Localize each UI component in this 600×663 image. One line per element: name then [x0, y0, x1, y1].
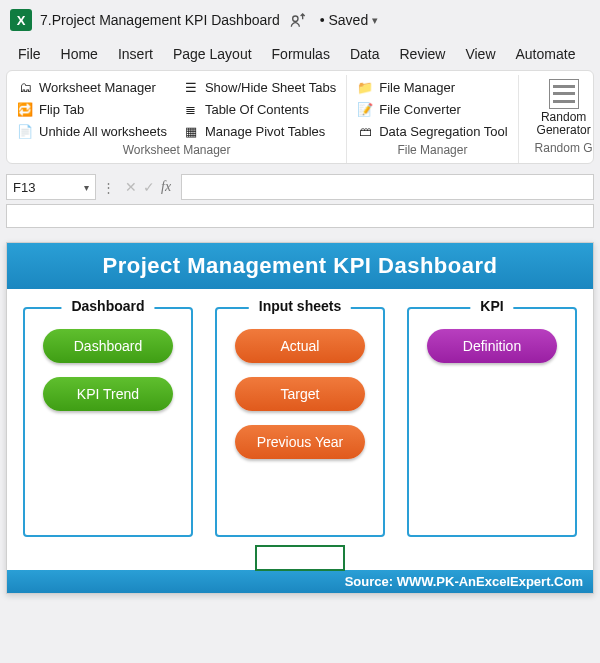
btn-dashboard[interactable]: Dashboard	[43, 329, 173, 363]
cmd-label: Worksheet Manager	[39, 80, 156, 95]
cmd-label-line2: Generator	[537, 123, 591, 137]
svg-point-0	[292, 16, 297, 21]
cancel-icon[interactable]: ✕	[125, 179, 137, 195]
btn-previous-year[interactable]: Previous Year	[235, 425, 365, 459]
cmd-manage-pivot[interactable]: ▦Manage Pivot Tables	[183, 123, 336, 139]
chevron-down-icon: ▾	[372, 14, 378, 27]
cmd-label: Manage Pivot Tables	[205, 124, 325, 139]
cmd-show-hide-tabs[interactable]: ☰Show/Hide Sheet Tabs	[183, 79, 336, 95]
cmd-label: Data Segregation Tool	[379, 124, 507, 139]
cmd-label: Table Of Contents	[205, 102, 309, 117]
calculator-icon	[549, 79, 579, 109]
cmd-toc[interactable]: ≣Table Of Contents	[183, 101, 336, 117]
ribbon-group-worksheet-manager: 🗂Worksheet Manager 🔁Flip Tab 📄Unhide All…	[7, 75, 347, 163]
cmd-unhide-all[interactable]: 📄Unhide All worksheets	[17, 123, 167, 139]
file-name: 7.Project Management KPI Dashboard	[40, 12, 280, 28]
tab-automate[interactable]: Automate	[516, 46, 576, 62]
worksheet-canvas: Project Management KPI Dashboard Dashboa…	[6, 242, 594, 594]
cmd-flip-tab[interactable]: 🔁Flip Tab	[17, 101, 167, 117]
ribbon-group-random-generator: RandomGenerator Random G	[519, 75, 600, 163]
btn-target[interactable]: Target	[235, 377, 365, 411]
cmd-label: Show/Hide Sheet Tabs	[205, 80, 336, 95]
cmd-label: File Converter	[379, 102, 461, 117]
panel-input-sheets: Input sheets Actual Target Previous Year	[215, 307, 385, 537]
fx-label[interactable]: fx	[161, 179, 171, 195]
formula-input-extended[interactable]	[6, 204, 594, 228]
formula-bar-row: F13 ▾ ⋮ ✕ ✓ fx	[6, 174, 594, 200]
tab-insert[interactable]: Insert	[118, 46, 153, 62]
panel-title: Dashboard	[61, 298, 154, 314]
titlebar: 7.Project Management KPI Dashboard • Sav…	[0, 0, 600, 40]
btn-actual[interactable]: Actual	[235, 329, 365, 363]
name-box[interactable]: F13 ▾	[6, 174, 96, 200]
panel-title: Input sheets	[249, 298, 351, 314]
cmd-file-manager[interactable]: 📁File Manager	[357, 79, 507, 95]
group-label: File Manager	[357, 139, 507, 161]
tab-formulas[interactable]: Formulas	[272, 46, 330, 62]
ribbon-group-file-manager: 📁File Manager 📝File Converter 🗃Data Segr…	[347, 75, 518, 163]
cmd-label: Unhide All worksheets	[39, 124, 167, 139]
tab-file[interactable]: File	[18, 46, 41, 62]
cmd-random-generator[interactable]: RandomGenerator	[529, 77, 599, 137]
formula-controls: ✕ ✓ fx	[121, 179, 175, 195]
tab-view[interactable]: View	[465, 46, 495, 62]
folder-icon: 📁	[357, 79, 373, 95]
saved-status[interactable]: • Saved ▾	[320, 12, 379, 28]
tab-data[interactable]: Data	[350, 46, 380, 62]
cmd-label-line1: Random	[541, 110, 586, 124]
enter-icon[interactable]: ✓	[143, 179, 155, 195]
name-box-value: F13	[13, 180, 35, 195]
formula-input[interactable]	[181, 174, 594, 200]
dashboard-title: Project Management KPI Dashboard	[7, 243, 593, 289]
btn-kpi-trend[interactable]: KPI Trend	[43, 377, 173, 411]
cmd-worksheet-manager[interactable]: 🗂Worksheet Manager	[17, 79, 167, 95]
flip-icon: 🔁	[17, 101, 33, 117]
btn-definition[interactable]: Definition	[427, 329, 557, 363]
worksheet-icon: 🗂	[17, 79, 33, 95]
tabs-icon: ☰	[183, 79, 199, 95]
tab-home[interactable]: Home	[61, 46, 98, 62]
tab-page-layout[interactable]: Page Layout	[173, 46, 252, 62]
segregation-icon: 🗃	[357, 123, 373, 139]
group-label: Worksheet Manager	[17, 139, 336, 161]
ribbon: 🗂Worksheet Manager 🔁Flip Tab 📄Unhide All…	[6, 70, 594, 164]
panel-dashboard: Dashboard Dashboard KPI Trend	[23, 307, 193, 537]
panel-title: KPI	[470, 298, 513, 314]
list-icon: ≣	[183, 101, 199, 117]
share-icon[interactable]	[288, 12, 306, 28]
cmd-label: File Manager	[379, 80, 455, 95]
pivot-icon: ▦	[183, 123, 199, 139]
panel-kpi: KPI Definition	[407, 307, 577, 537]
cmd-file-converter[interactable]: 📝File Converter	[357, 101, 507, 117]
cmd-label: Flip Tab	[39, 102, 84, 117]
excel-app-icon	[10, 9, 32, 31]
convert-icon: 📝	[357, 101, 373, 117]
tab-review[interactable]: Review	[400, 46, 446, 62]
saved-label: • Saved	[320, 12, 369, 28]
source-bar: Source: WWW.PK-AnExcelExpert.Com	[7, 570, 593, 593]
unhide-icon: 📄	[17, 123, 33, 139]
selected-cell-outline[interactable]	[255, 545, 345, 571]
grip-icon: ⋮	[102, 180, 115, 195]
cmd-data-segregation[interactable]: 🗃Data Segregation Tool	[357, 123, 507, 139]
group-label: Random G	[529, 137, 599, 159]
ribbon-tabs: File Home Insert Page Layout Formulas Da…	[0, 40, 600, 70]
chevron-down-icon: ▾	[84, 182, 89, 193]
